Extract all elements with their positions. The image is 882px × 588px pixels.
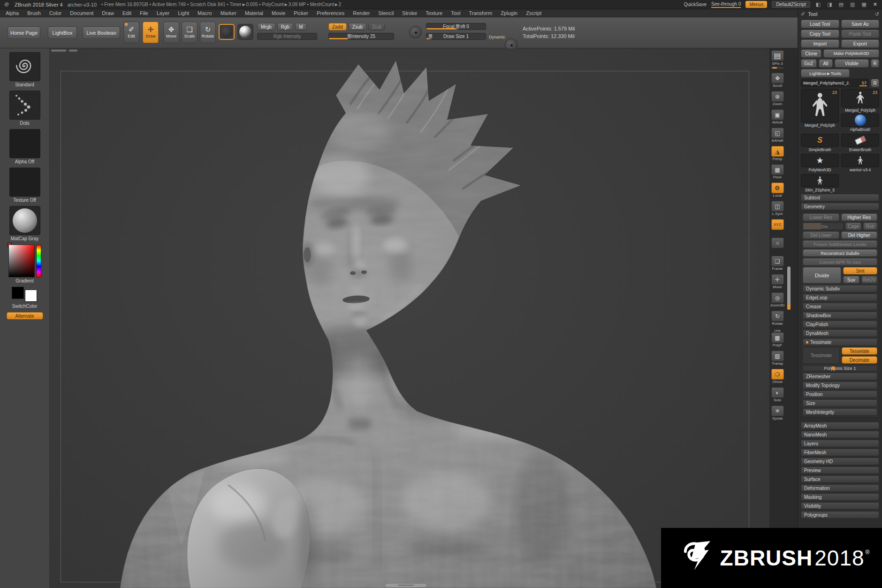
layers-section[interactable]: Layers — [801, 440, 879, 447]
strip-floor-button[interactable]: ▦ Floor — [771, 164, 784, 179]
deformation-section[interactable]: Deformation — [801, 484, 879, 492]
goz-r-button[interactable]: R — [871, 59, 879, 68]
visibility-section[interactable]: Visibility — [801, 502, 879, 510]
alternate-button[interactable]: Alternate — [7, 312, 43, 320]
quicksave-button[interactable]: QuickSave — [684, 2, 707, 7]
position-header[interactable]: Position — [803, 390, 877, 398]
spix-slider[interactable] — [771, 67, 783, 69]
menu-tool[interactable]: Tool — [451, 10, 460, 16]
current-stroke[interactable]: Dots — [9, 91, 40, 126]
panel-edit-icon[interactable]: ✐ — [801, 11, 805, 17]
gradient-picker[interactable] — [8, 244, 41, 277]
z-intensity-slider[interactable]: Z Intensity 25 — [328, 33, 394, 40]
default-zscript-button[interactable]: DefaultZScript — [772, 1, 810, 8]
rgb-button[interactable]: Rgb — [277, 23, 293, 31]
size-header[interactable]: Size — [803, 399, 877, 407]
fibermesh-section[interactable]: FiberMesh — [801, 449, 879, 456]
focal-shift-slider[interactable]: Focal Shift 0 — [426, 23, 486, 30]
current-brush[interactable]: Standard — [9, 52, 40, 87]
tessimate-header[interactable]: Tessimate — [803, 338, 877, 346]
menus-button[interactable]: Menus — [745, 1, 767, 8]
secondary-color-swatch[interactable] — [25, 290, 37, 302]
menu-brush[interactable]: Brush — [27, 10, 41, 16]
switch-color[interactable]: SwitchColor — [12, 287, 38, 309]
goz-visible-button[interactable]: Visible — [835, 59, 869, 68]
menu-edit[interactable]: Edit — [122, 10, 131, 16]
layout-toggle-3-icon[interactable]: ▤ — [838, 1, 844, 8]
del-lower-button[interactable]: Del Lower — [803, 231, 839, 239]
reconstruct-subdiv-button[interactable]: Reconstruct Subdiv — [803, 249, 877, 257]
document-canvas[interactable] — [50, 48, 769, 588]
draw-mode-button[interactable]: ✛ Draw — [143, 22, 159, 43]
dynamesh-header[interactable]: DynaMesh — [803, 329, 877, 337]
current-texture-orb[interactable] — [219, 24, 235, 40]
menu-picker[interactable]: Picker — [294, 10, 308, 16]
menu-marker[interactable]: Marker — [220, 10, 236, 16]
menu-transform[interactable]: Transform — [469, 10, 492, 16]
zcut-button[interactable]: Zcut — [368, 23, 385, 31]
panel-cycle-icon[interactable]: ↺ — [875, 11, 879, 17]
zsub-button[interactable]: Zsub — [349, 23, 366, 31]
polygroups-section[interactable]: Polygroups — [801, 511, 879, 519]
mrgb-button[interactable]: Mrgb — [257, 23, 275, 31]
crease-header[interactable]: Crease — [803, 303, 877, 310]
lightbox-button[interactable]: LightBox — [48, 27, 77, 39]
close-icon[interactable]: ✕ — [872, 1, 878, 8]
cage-button[interactable]: Cage — [845, 222, 861, 230]
menu-preferences[interactable]: Preferences — [317, 10, 344, 16]
strip-transp-button[interactable]: ▨ Transp — [771, 351, 784, 366]
import-button[interactable]: Import — [801, 39, 839, 48]
dynamic-subdiv-header[interactable]: Dynamic Subdiv — [803, 285, 877, 292]
current-texture[interactable]: Texture Off — [9, 168, 40, 203]
edgeloop-header[interactable]: EdgeLoop — [803, 294, 877, 301]
strip-frame-button[interactable]: ❏ Frame — [771, 256, 784, 271]
menu-layer[interactable]: Layer — [157, 10, 170, 16]
menu-light[interactable]: Light — [178, 10, 189, 16]
export-button[interactable]: Export — [841, 39, 880, 48]
geometry-hd-section[interactable]: Geometry HD — [801, 458, 879, 465]
lower-res-button[interactable]: Lower Res — [803, 214, 839, 221]
divide-button[interactable]: Divide — [803, 267, 841, 283]
scale-mode-button[interactable]: ❏ Scale — [182, 22, 198, 43]
lightbox-tools-button[interactable]: Lightbox►Tools — [801, 69, 850, 77]
tool-thumb-polymesh3d[interactable]: ★ PolyMesh3D — [801, 154, 839, 172]
menu-color[interactable]: Color — [49, 10, 61, 16]
tesselate-button[interactable]: Tesselate — [842, 347, 878, 355]
current-alpha[interactable]: Alpha Off — [9, 129, 40, 164]
tool-thumb-eraserbrush[interactable]: EraserBrush — [841, 134, 879, 152]
menu-stroke[interactable]: Stroke — [402, 10, 417, 16]
home-page-button[interactable]: Home Page — [8, 27, 40, 39]
modify-topology-header[interactable]: Modify Topology — [803, 382, 877, 389]
menu-render[interactable]: Render — [353, 10, 370, 16]
stroke-preview-icon[interactable] — [409, 26, 422, 38]
menu-macro[interactable]: Macro — [198, 10, 212, 16]
tool-thumb-merged1[interactable]: 23 Merged_PolySph — [801, 89, 839, 132]
save-as-button[interactable]: Save As — [841, 20, 880, 28]
geometry-section-header[interactable]: Geometry — [801, 203, 879, 210]
tool-thumb-skin-zsphere[interactable]: Skin_ZSphere_5 — [801, 174, 839, 192]
tool-thumb-simplebrush[interactable]: S SimpleBrush — [801, 134, 839, 152]
strip-ghost-button[interactable]: ❍ Ghost — [771, 369, 784, 384]
sculpture-viewport[interactable] — [50, 48, 769, 588]
tool-r-button[interactable]: R — [871, 79, 879, 87]
rgb-intensity-slider[interactable]: Rgb Intensity — [257, 33, 317, 40]
live-boolean-button[interactable]: Live Boolean — [83, 27, 120, 39]
convert-bpr-button[interactable]: Convert BPR To Geo — [803, 258, 877, 266]
strip-rotate-button[interactable]: ↻ Rotate — [771, 311, 784, 326]
strip-local-button[interactable]: ❂ Local — [771, 183, 784, 198]
strip-xyz-button[interactable]: XYZ — [771, 219, 784, 234]
arraymesh-section[interactable]: ArrayMesh — [801, 422, 879, 429]
strip-lsym-button[interactable]: ◫ L.Sym — [771, 201, 784, 216]
m-button[interactable]: M — [295, 23, 306, 31]
menu-stencil[interactable]: Stencil — [378, 10, 394, 16]
layout-toggle-2-icon[interactable]: ◨ — [826, 1, 833, 8]
rstr-button[interactable]: Rstr — [863, 222, 877, 230]
move-mode-button[interactable]: ✥ Move — [163, 22, 179, 43]
see-through-slider[interactable]: See-through 0 — [711, 1, 741, 8]
layout-toggle-1-icon[interactable]: ◧ — [815, 1, 821, 8]
menu-material[interactable]: Material — [245, 10, 263, 16]
strip-scroll-button[interactable]: ✥ Scroll — [771, 73, 784, 88]
menu-file[interactable]: File — [140, 10, 148, 16]
tool-thumb-merged2[interactable]: 23 — [841, 89, 879, 107]
suv-button[interactable]: Suv — [843, 276, 859, 283]
